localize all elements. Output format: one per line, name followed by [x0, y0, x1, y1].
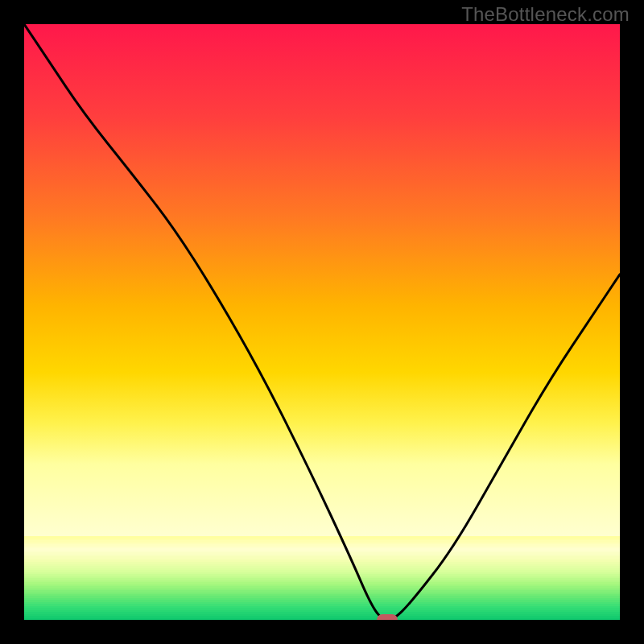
optimum-marker [377, 614, 398, 620]
plot-area [24, 24, 620, 620]
watermark-text: TheBottleneck.com [461, 3, 630, 26]
curve-svg [24, 24, 620, 620]
chart-frame: TheBottleneck.com [0, 0, 644, 644]
bottleneck-curve [24, 24, 620, 620]
